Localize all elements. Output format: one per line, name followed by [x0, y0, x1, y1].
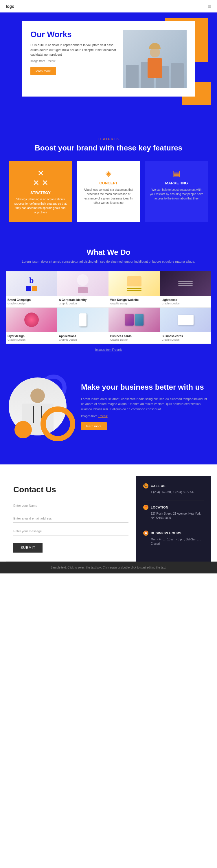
portfolio-cat-4: Graphic Design	[162, 302, 210, 305]
portfolio-thumb-7	[108, 308, 160, 332]
marketing-icon: ▤	[149, 168, 204, 178]
portfolio-thumb-2	[57, 271, 109, 296]
portfolio-image-credit: Images from Freepik	[6, 348, 211, 351]
contact-message-input[interactable]	[13, 527, 129, 535]
business-freepik-link[interactable]: Freepik	[98, 414, 107, 418]
business-cta-button[interactable]: learn more	[81, 422, 107, 430]
contact-submit-button[interactable]: SUBMIT	[13, 543, 42, 553]
portfolio-item-brand-campaign[interactable]: b Brand Campaign Graphic Design	[6, 271, 57, 308]
contact-email-input[interactable]	[13, 514, 129, 523]
call-value: 1 (234) 567-891, 1 (234) 567-654	[143, 490, 204, 494]
hero-description: Duis aute irure dolor in reprehenderit i…	[30, 42, 117, 57]
features-section: FEATURES Boost your brand with these key…	[0, 123, 217, 236]
thumb-card-8	[178, 315, 193, 325]
suspender-left	[33, 406, 34, 423]
portfolio-item-business-cards-2[interactable]: Business cards Graphic Design	[160, 308, 212, 344]
phone-icon: 📞	[143, 483, 148, 489]
thumb-line-4c	[178, 285, 193, 286]
portfolio-name-5: Flyer design	[7, 335, 56, 338]
strategy-icon: ✕✕ ✕	[13, 168, 68, 188]
business-description: Lorem ipsum dolor sit amet, consectetur …	[81, 397, 208, 412]
logo: logo	[6, 4, 14, 9]
contact-title: Contact Us	[13, 485, 129, 494]
thumb-shape-2	[77, 274, 88, 286]
feature-card-marketing: ▤ MARKETING We can help to boost engagem…	[145, 161, 208, 222]
hero-card: Our Works Duis aute irure dolor in repre…	[22, 21, 195, 97]
footer-text: Sample text. Click to select the text bo…	[6, 566, 211, 569]
info-block-location: 📍 LOCATION 127 Rock Street, 21 Avenue, N…	[143, 505, 204, 520]
portfolio-item-web-design[interactable]: Web Design Website Graphic Design	[108, 271, 160, 308]
portfolio-thumb-4	[160, 271, 212, 296]
hero-image-credit: Image from Freepik	[30, 59, 117, 63]
portfolio-thumb-8	[160, 308, 212, 332]
thumb-phone	[79, 313, 86, 327]
portfolio-item-business-cards-1[interactable]: Business cards Graphic Design	[108, 308, 160, 344]
info-block-hours: ⏰ BUSINESS HOURS Mon - Fri .... 10 am - …	[143, 531, 204, 546]
bg-person-4	[171, 63, 184, 88]
portfolio-item-corporate-identity[interactable]: A Corporate Identity Graphic Design	[57, 271, 109, 308]
location-label: 📍 LOCATION	[143, 505, 204, 510]
strategy-text: Strategic planning is an organization's …	[13, 197, 68, 215]
portfolio-thumb-5	[6, 308, 57, 332]
contact-section: Contact Us SUBMIT 📞 CALL US 1 (234) 567-…	[0, 464, 217, 562]
brand-block-2	[32, 286, 37, 291]
contact-name-input[interactable]	[13, 501, 129, 510]
portfolio-name-7: Business cards	[110, 335, 158, 338]
portfolio-cat-2: Graphic Design	[59, 302, 107, 305]
location-icon: 📍	[143, 505, 148, 510]
thumb-line-4b	[178, 283, 193, 284]
portfolio-name-6: Applications	[59, 335, 107, 338]
thumb-content-3	[108, 271, 160, 296]
thumb-cards-7	[125, 314, 144, 326]
hours-label: ⏰ BUSINESS HOURS	[143, 531, 204, 536]
thumb-line-4a	[178, 281, 193, 282]
bg-person-1	[126, 65, 139, 88]
portfolio-cat-6: Graphic Design	[59, 338, 107, 341]
portfolio-item-flyer[interactable]: Flyer design Graphic Design	[6, 308, 57, 344]
thumb-shape-3	[127, 276, 142, 286]
portfolio-item-applications[interactable]: Applications Graphic Design	[57, 308, 109, 344]
thumb-line-3b	[127, 290, 142, 291]
mini-card-7a	[125, 314, 134, 326]
hero-cta-button[interactable]: learn more	[30, 67, 56, 75]
thumb-lines-4	[178, 281, 193, 286]
thumb-shape-2b	[78, 287, 88, 293]
woman-hair	[149, 43, 160, 49]
info-divider-2	[143, 526, 204, 526]
portfolio-name-2: A Corporate Identity	[59, 298, 107, 302]
hero-title: Our Works	[30, 30, 117, 39]
strategy-title: STRATEGY	[13, 190, 68, 195]
thumb-content-4	[160, 271, 212, 296]
contact-info: 📞 CALL US 1 (234) 567-891, 1 (234) 567-6…	[136, 476, 211, 562]
portfolio-info-3: Web Design Website Graphic Design	[108, 296, 160, 308]
concept-icon: ◈	[81, 168, 136, 178]
portfolio-info-1: Brand Campaign Graphic Design	[6, 296, 57, 308]
info-divider-1	[143, 500, 204, 500]
portfolio-info-8: Business cards Graphic Design	[160, 332, 212, 344]
business-text: Make your business better with us Lorem …	[81, 382, 208, 431]
portfolio-freepik-link[interactable]: Images from Freepik	[95, 348, 122, 351]
menu-icon[interactable]: ≡	[208, 3, 211, 9]
marketing-text: We can help to boost engagement with you…	[149, 188, 204, 200]
hero-section: Our Works Duis aute irure dolor in repre…	[0, 12, 217, 123]
portfolio-thumb-3	[108, 271, 160, 296]
header: logo ≡	[0, 0, 217, 12]
info-block-call: 📞 CALL US 1 (234) 567-891, 1 (234) 567-6…	[143, 483, 204, 494]
business-title: Make your business better with us	[81, 382, 208, 392]
thumb-content-5	[6, 308, 57, 332]
hero-image	[123, 30, 187, 88]
clock-icon: ⏰	[143, 531, 148, 536]
thumb-content-6	[57, 308, 109, 332]
what-we-do-description: Lorem ipsum dolor sit amet, consectetur …	[6, 259, 211, 264]
thumb-content-2	[57, 271, 109, 296]
thumb-line-3a	[127, 288, 142, 289]
portfolio-name-8: Business cards	[162, 335, 210, 338]
features-label: FEATURES	[9, 137, 208, 141]
marketing-title: MARKETING	[149, 181, 204, 185]
portfolio-cat-5: Graphic Design	[7, 338, 56, 341]
business-image-credit: Images from Freepik	[81, 414, 208, 418]
what-we-do-section: What We Do Lorem ipsum dolor sit amet, c…	[0, 236, 217, 363]
portfolio-item-lightboxes[interactable]: Lightboxes Graphic Design	[160, 271, 212, 308]
portfolio-cat-8: Graphic Design	[162, 338, 210, 341]
portfolio-info-2: A Corporate Identity Graphic Design	[57, 296, 109, 308]
